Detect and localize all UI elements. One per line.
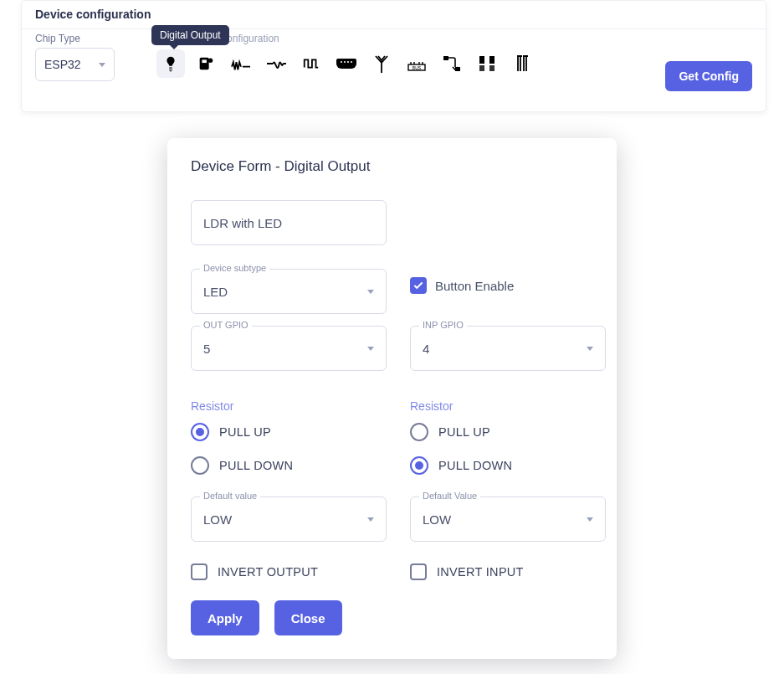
inp-gpio-select[interactable]: INP GPIO 4 [410,326,606,371]
pulldown-label: PULL DOWN [219,459,293,472]
pullup-label: PULL UP [219,425,271,439]
config-icon-network[interactable] [438,49,466,78]
chip-type-field: Chip Type ESP32 [35,33,115,81]
device-subtype-value: LED [203,285,228,299]
button-enable-checkbox[interactable] [410,277,427,294]
default-value-left-select[interactable]: Default value LOW [191,496,387,542]
svg-point-5 [347,61,349,63]
chip-type-label: Chip Type [35,33,115,44]
apply-button[interactable]: Apply [191,600,259,635]
invert-input-label: INVERT INPUT [437,565,524,579]
config-icon-digital-input[interactable] [192,49,220,78]
default-value-right-select[interactable]: Default Value LOW [410,496,606,542]
config-icon-analog-output[interactable] [262,49,290,78]
invert-output-row[interactable]: INVERT OUTPUT [191,563,387,580]
get-config-button[interactable]: Get Config [665,61,752,91]
button-enable-label: Button Enable [435,279,514,293]
chevron-down-icon [99,63,105,67]
device-form-dialog: Device Form - Digital Output LDR with LE… [167,138,617,659]
config-icon-digital-output[interactable] [156,49,185,78]
resistor-right-pulldown[interactable]: PULL DOWN [410,456,606,475]
pullup-label: PULL UP [438,425,490,439]
button-enable-checkbox-row[interactable]: Button Enable [410,277,514,294]
svg-point-3 [341,61,342,63]
device-name-input[interactable]: LDR with LED [191,200,387,245]
inp-gpio-label: INP GPIO [419,320,467,330]
radio-icon [410,423,428,441]
dialog-title: Device Form - Digital Output [191,158,593,175]
config-icon-pins[interactable] [508,49,536,78]
chip-type-select[interactable]: ESP32 [35,48,115,81]
out-gpio-label: OUT GPIO [200,320,252,330]
chevron-down-icon [367,517,374,522]
chevron-down-icon [587,517,593,522]
inp-gpio-value: 4 [423,342,429,356]
config-icon-analog-input[interactable] [227,49,255,78]
invert-input-checkbox[interactable] [410,563,427,580]
default-value-left-value: LOW [203,512,232,527]
out-gpio-value: 5 [203,342,210,356]
tooltip: Digital Output [151,25,229,45]
chevron-down-icon [367,347,374,351]
svg-rect-1 [202,59,207,63]
out-gpio-select[interactable]: OUT GPIO 5 [191,326,387,371]
device-name-value: LDR with LED [203,216,282,230]
radio-icon [191,456,209,475]
default-value-right-label: Default Value [419,491,480,501]
device-subtype-select[interactable]: Device subtype LED [191,269,387,314]
resistor-right-pullup[interactable]: PULL UP [410,423,606,441]
svg-rect-9 [443,56,448,60]
pulldown-label: PULL DOWN [438,459,512,472]
resistor-left-pulldown[interactable]: PULL DOWN [191,456,387,475]
close-button[interactable]: Close [274,600,342,635]
svg-point-4 [344,61,346,63]
svg-rect-11 [479,56,484,64]
radio-icon [191,423,209,441]
config-icon-uart[interactable] [332,49,361,78]
resistor-label-left: Resistor [191,399,387,413]
invert-output-checkbox[interactable] [191,563,208,580]
svg-point-2 [208,59,213,64]
radio-icon [410,456,428,475]
svg-rect-12 [489,56,494,64]
panel-title: Device configuration [22,1,766,29]
invert-input-row[interactable]: INVERT INPUT [410,563,606,580]
config-icon-module[interactable] [473,49,501,78]
invert-output-label: INVERT OUTPUT [218,565,318,579]
svg-point-6 [351,61,352,63]
config-icon-antenna[interactable] [367,49,396,78]
chevron-down-icon [587,347,593,351]
config-icon-pwm[interactable] [297,49,325,78]
default-value-right-value: LOW [423,512,451,527]
device-configuration-panel: Device configuration Chip Type ESP32 Sel… [21,0,766,112]
svg-text:BUS: BUS [412,65,422,70]
resistor-left-pullup[interactable]: PULL UP [191,423,387,441]
default-value-left-label: Default value [200,491,260,501]
new-configuration-picker: Select a New configuration Digital Outpu… [156,33,536,78]
svg-rect-0 [200,58,209,70]
chip-type-value: ESP32 [44,58,81,71]
resistor-label-right: Resistor [410,399,606,413]
chevron-down-icon [367,290,374,294]
config-icon-bus[interactable]: BUS [402,49,431,78]
device-subtype-label: Device subtype [200,263,269,273]
